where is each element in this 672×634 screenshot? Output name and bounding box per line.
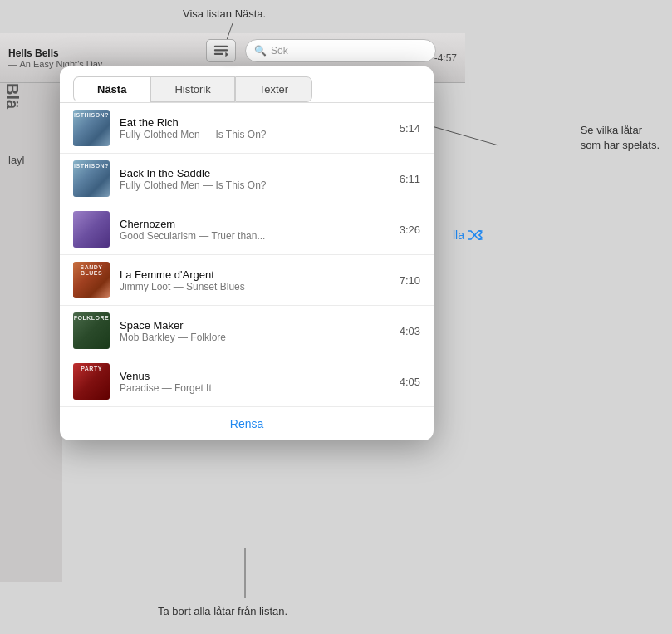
art-text — [73, 211, 110, 214]
art-text: ISTHISON? — [73, 110, 110, 118]
song-details: La Femme d'Argent Jimmy Loot — Sunset Bl… — [120, 268, 390, 292]
song-artist-album: Mob Barkley — Folklore — [120, 332, 390, 343]
song-list: ISTHISON? Eat the Rich Fully Clothed Men… — [60, 103, 434, 407]
song-item[interactable]: Party Venus Paradise — Forget It 4:05 — [60, 356, 434, 407]
svg-rect-5 — [214, 53, 223, 55]
svg-marker-6 — [225, 52, 228, 57]
song-artwork — [73, 211, 110, 248]
song-artist-album: Fully Clothed Men — Is This On? — [120, 129, 390, 140]
song-duration: 4:05 — [400, 376, 420, 388]
song-title: Venus — [120, 370, 390, 382]
sidebar-text: Blä — [2, 83, 22, 109]
playlist-label: layl — [8, 154, 25, 166]
clear-button[interactable]: Rensa — [60, 407, 434, 440]
clear-label[interactable]: Rensa — [230, 417, 263, 430]
art-text: FOLKLORE — [73, 312, 110, 321]
song-artwork: ISTHISON? — [73, 160, 110, 197]
song-item[interactable]: Chernozem Good Secularism — Truer than..… — [60, 204, 434, 255]
svg-rect-3 — [214, 46, 228, 47]
song-title: Space Maker — [120, 319, 390, 332]
song-item[interactable]: ISTHISON? Back In the Saddle Fully Cloth… — [60, 154, 434, 204]
song-item[interactable]: ISTHISON? Eat the Rich Fully Clothed Men… — [60, 103, 434, 154]
shuffle-area: lla — [453, 229, 483, 242]
annotation-visa: Visa listan Nästa. — [183, 7, 266, 22]
search-bar[interactable]: 🔍 Sök — [245, 39, 436, 62]
song-artist-album: Jimmy Loot — Sunset Blues — [120, 281, 390, 292]
song-duration: 5:14 — [400, 122, 420, 135]
song-details: Venus Paradise — Forget It — [120, 370, 390, 394]
song-title: La Femme d'Argent — [120, 268, 390, 281]
song-duration: 4:03 — [400, 325, 420, 337]
song-duration: 3:26 — [400, 224, 420, 236]
art-text: SANDY BLUES — [73, 262, 110, 276]
art-text: ISTHISON? — [73, 160, 110, 169]
annotation-ta: Ta bort alla låtar från listan. — [158, 604, 287, 619]
song-details: Space Maker Mob Barkley — Folklore — [120, 319, 390, 343]
tab-bar: Nästa Historik Texter — [60, 66, 434, 102]
song-duration: 7:10 — [400, 274, 420, 287]
queue-button[interactable] — [206, 39, 236, 62]
song-details: Chernozem Good Secularism — Truer than..… — [120, 218, 390, 242]
search-icon: 🔍 — [254, 45, 267, 57]
annotation-se: Se vilka låtarsom har spelats. — [581, 123, 660, 153]
search-placeholder: Sök — [271, 45, 288, 57]
song-item[interactable]: FOLKLORE Space Maker Mob Barkley — Folkl… — [60, 306, 434, 356]
art-text: Party — [73, 363, 110, 371]
tab-nasta[interactable]: Nästa — [73, 76, 150, 102]
song-artwork: SANDY BLUES — [73, 262, 110, 298]
song-details: Back In the Saddle Fully Clothed Men — I… — [120, 167, 390, 191]
song-title: Chernozem — [120, 218, 390, 230]
song-artwork: FOLKLORE — [73, 312, 110, 349]
svg-rect-4 — [214, 49, 228, 51]
song-artist-album: Fully Clothed Men — Is This On? — [120, 179, 390, 191]
song-duration: 6:11 — [400, 173, 420, 185]
song-artwork: ISTHISON? — [73, 110, 110, 146]
popup: Nästa Historik Texter ISTHISON? Eat the … — [60, 66, 434, 440]
song-title: Eat the Rich — [120, 116, 390, 129]
tab-historik[interactable]: Historik — [150, 76, 234, 102]
song-details: Eat the Rich Fully Clothed Men — Is This… — [120, 116, 390, 140]
song-item[interactable]: SANDY BLUES La Femme d'Argent Jimmy Loot… — [60, 255, 434, 306]
song-artist-album: Good Secularism — Truer than... — [120, 230, 390, 242]
song-artwork: Party — [73, 363, 110, 400]
song-artist-album: Paradise — Forget It — [120, 382, 390, 394]
tab-texter[interactable]: Texter — [235, 76, 312, 102]
song-title: Back In the Saddle — [120, 167, 390, 179]
